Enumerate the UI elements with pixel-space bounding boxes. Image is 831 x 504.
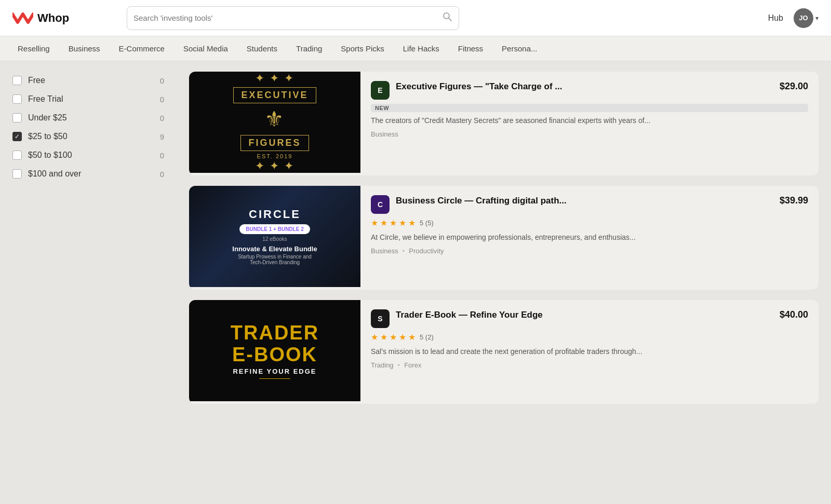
card-title: Business Circle — Crafting digital path.… bbox=[396, 195, 567, 207]
filter-count: 0 bbox=[160, 170, 164, 179]
card-price: $40.00 bbox=[780, 309, 808, 320]
nav-tab[interactable]: Students bbox=[237, 36, 287, 61]
card-header-row: CBusiness Circle — Crafting digital path… bbox=[371, 195, 808, 214]
rating-count: 5 (5) bbox=[420, 219, 434, 227]
card-logo: S bbox=[371, 309, 390, 328]
product-card[interactable]: TRADERE-BOOK REFINE YOUR EDGE STrader E-… bbox=[189, 300, 819, 404]
star-half-icon: ★ bbox=[408, 218, 416, 228]
filter-count: 0 bbox=[160, 151, 164, 160]
trader-subtitle: REFINE YOUR EDGE bbox=[233, 367, 316, 375]
filter-checkbox[interactable] bbox=[12, 113, 22, 122]
filter-label: $50 to $100 bbox=[28, 151, 72, 160]
logo-text: Whop bbox=[37, 11, 69, 25]
circle-subtitle: Innovate & Elevate Bundle bbox=[232, 245, 317, 253]
tag: Business bbox=[371, 130, 398, 138]
card-title-price: Trader E-Book — Refine Your Edge$40.00 bbox=[396, 309, 808, 321]
filter-label: $100 and over bbox=[28, 169, 81, 179]
stars-row: ★★★★★5 (5) bbox=[371, 218, 808, 228]
sidebar: Free0Free Trial0Under $250$25 to $509$50… bbox=[0, 61, 177, 504]
tag: Trading bbox=[371, 361, 394, 369]
card-title-price: Business Circle — Crafting digital path.… bbox=[396, 195, 808, 207]
star-full-icon: ★ bbox=[371, 332, 378, 342]
filter-count: 9 bbox=[160, 132, 164, 141]
exec-crest-icon: ⚜ bbox=[264, 106, 285, 132]
product-card[interactable]: ✦ ✦ ✦ EXECUTIVE ⚜ FIGURES EST. 2019 ✦ ✦ … bbox=[189, 72, 819, 175]
svg-line-1 bbox=[449, 18, 452, 21]
exec-figures: FIGURES bbox=[240, 135, 309, 151]
circle-desc-sm: Startup Prowess in Finance and bbox=[238, 254, 312, 260]
nav-tab[interactable]: Sports Picks bbox=[331, 36, 393, 61]
filter-checkbox[interactable] bbox=[12, 169, 22, 179]
star-full-icon: ★ bbox=[371, 218, 378, 228]
circle-bundle-pill: BUNDLE 1 + BUNDLE 2 bbox=[239, 224, 310, 234]
circle-title: CIRCLE bbox=[249, 208, 301, 221]
star-half-icon: ★ bbox=[408, 332, 416, 342]
whop-logo-icon bbox=[12, 10, 33, 26]
nav-tabs: ResellingBusinessE-CommerceSocial MediaS… bbox=[0, 36, 831, 61]
star-full-icon: ★ bbox=[390, 218, 397, 228]
filter-count: 0 bbox=[160, 114, 164, 122]
trader-title: TRADERE-BOOK bbox=[231, 322, 319, 366]
main-layout: Free0Free Trial0Under $250$25 to $509$50… bbox=[0, 61, 831, 504]
rating-count: 5 (2) bbox=[420, 333, 434, 341]
filter-checkbox[interactable] bbox=[12, 76, 22, 85]
avatar: JO bbox=[794, 8, 813, 28]
card-info: STrader E-Book — Refine Your Edge$40.00★… bbox=[360, 300, 819, 404]
card-image: CIRCLE BUNDLE 1 + BUNDLE 2 12 eBooks Inn… bbox=[189, 186, 360, 287]
filter-checkbox[interactable] bbox=[12, 151, 22, 160]
card-logo: C bbox=[371, 195, 390, 214]
nav-tab[interactable]: Persona... bbox=[492, 36, 546, 61]
exec-ornament-icon: ✦ ✦ ✦ bbox=[255, 72, 294, 85]
logo-area: Whop bbox=[12, 10, 116, 26]
header-right: Hub JO ▾ bbox=[768, 8, 819, 28]
nav-tab[interactable]: Fitness bbox=[449, 36, 492, 61]
new-badge: NEW bbox=[371, 104, 808, 112]
card-tags: Business•Productivity bbox=[371, 247, 808, 255]
filter-checkbox[interactable] bbox=[12, 132, 22, 141]
tag: Forex bbox=[404, 361, 421, 369]
tag: Productivity bbox=[409, 247, 444, 255]
avatar-dropdown[interactable]: JO ▾ bbox=[794, 8, 819, 28]
filter-item[interactable]: $50 to $1000 bbox=[12, 151, 164, 160]
trader-line-decoration bbox=[259, 378, 290, 379]
filter-item[interactable]: $100 and over0 bbox=[12, 169, 164, 179]
filter-item[interactable]: Free Trial0 bbox=[12, 94, 164, 104]
filter-count: 0 bbox=[160, 95, 164, 104]
product-list: ✦ ✦ ✦ EXECUTIVE ⚜ FIGURES EST. 2019 ✦ ✦ … bbox=[177, 61, 831, 504]
tag-separator: • bbox=[403, 247, 405, 255]
card-logo: E bbox=[371, 81, 390, 100]
chevron-down-icon: ▾ bbox=[815, 15, 819, 22]
filter-label: Free Trial bbox=[28, 94, 63, 104]
product-card[interactable]: CIRCLE BUNDLE 1 + BUNDLE 2 12 eBooks Inn… bbox=[189, 186, 819, 290]
filter-checkbox[interactable] bbox=[12, 94, 22, 104]
hub-link[interactable]: Hub bbox=[768, 13, 783, 23]
card-header-row: EExecutive Figures — "Take Charge of ...… bbox=[371, 81, 808, 100]
star-full-icon: ★ bbox=[390, 332, 397, 342]
card-info: EExecutive Figures — "Take Charge of ...… bbox=[360, 72, 819, 175]
filter-label: $25 to $50 bbox=[28, 132, 68, 141]
filter-item[interactable]: Free0 bbox=[12, 76, 164, 85]
nav-tab[interactable]: Reselling bbox=[8, 36, 59, 61]
nav-tab[interactable]: Life Hacks bbox=[394, 36, 449, 61]
card-title: Trader E-Book — Refine Your Edge bbox=[396, 309, 543, 321]
card-tags: Business bbox=[371, 130, 808, 138]
nav-tab[interactable]: Trading bbox=[287, 36, 331, 61]
filter-item[interactable]: Under $250 bbox=[12, 113, 164, 122]
card-image: ✦ ✦ ✦ EXECUTIVE ⚜ FIGURES EST. 2019 ✦ ✦ … bbox=[189, 72, 360, 173]
card-image: TRADERE-BOOK REFINE YOUR EDGE bbox=[189, 300, 360, 401]
card-title-price: Executive Figures — "Take Charge of ...$… bbox=[396, 81, 808, 92]
search-bar[interactable] bbox=[127, 6, 459, 30]
star-full-icon: ★ bbox=[380, 218, 387, 228]
search-input[interactable] bbox=[133, 13, 442, 22]
nav-tab[interactable]: E-Commerce bbox=[110, 36, 174, 61]
card-title: Executive Figures — "Take Charge of ... bbox=[396, 81, 562, 92]
card-description: At Circle, we believe in empowering prof… bbox=[371, 232, 808, 243]
filter-item[interactable]: $25 to $509 bbox=[12, 132, 164, 141]
nav-tab[interactable]: Business bbox=[59, 36, 110, 61]
tag-separator: • bbox=[398, 361, 400, 369]
star-full-icon: ★ bbox=[399, 332, 406, 342]
header: Whop Hub JO ▾ bbox=[0, 0, 831, 36]
card-tags: Trading•Forex bbox=[371, 361, 808, 369]
nav-tab[interactable]: Social Media bbox=[174, 36, 237, 61]
exec-est: EST. 2019 bbox=[257, 153, 293, 159]
